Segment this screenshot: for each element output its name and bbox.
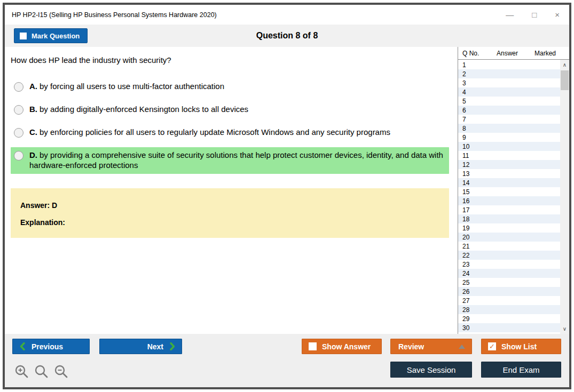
question-list-row[interactable]: 22 (458, 251, 560, 260)
maximize-icon[interactable]: □ (532, 11, 537, 19)
window-title: HP HP2-I15 (Selling HP Business Personal… (12, 11, 217, 19)
mark-question-label: Mark Question (32, 32, 80, 40)
question-list-row[interactable]: 4 (458, 87, 560, 97)
question-list-row[interactable]: 25 (458, 278, 560, 287)
mark-question-button[interactable]: Mark Question (14, 28, 88, 43)
option-a[interactable]: A.by forcing all users to use multi-fact… (11, 78, 449, 95)
question-list-row[interactable]: 10 (458, 142, 560, 151)
option-a-body: by forcing all users to use multi-factor… (40, 82, 224, 91)
question-list-row[interactable]: 7 (458, 115, 560, 124)
question-list-row[interactable]: 23 (458, 260, 560, 269)
option-d[interactable]: D.by providing a comprehensive suite of … (11, 147, 449, 174)
question-list-row[interactable]: 26 (458, 287, 560, 296)
previous-button[interactable]: Previous (12, 339, 90, 354)
mark-question-checkbox[interactable] (20, 33, 27, 39)
option-c-letter: C. (29, 127, 37, 137)
question-list-scrollbar[interactable]: ∧ ∨ (560, 60, 569, 334)
explanation-label: Explanation: (20, 218, 439, 227)
question-list-row[interactable]: 14 (458, 178, 560, 187)
question-list-row[interactable]: 20 (458, 233, 560, 242)
question-list-row[interactable]: 13 (458, 169, 560, 178)
question-number: 12 (458, 161, 469, 169)
chevron-right-icon (170, 342, 175, 350)
question-list-row[interactable]: 28 (458, 305, 560, 314)
show-list-button[interactable]: ✓ Show List (481, 339, 561, 354)
show-answer-label: Show Answer (322, 342, 371, 351)
question-list-row[interactable]: 29 (458, 314, 560, 323)
show-answer-button[interactable]: Show Answer (302, 339, 382, 354)
end-exam-button[interactable]: End Exam (481, 362, 561, 378)
scrollbar-thumb[interactable] (561, 70, 569, 90)
question-list-row[interactable]: 27 (458, 296, 560, 305)
question-list-row[interactable]: 5 (458, 97, 560, 106)
question-number: 3 (458, 79, 466, 87)
question-number: 8 (458, 125, 466, 132)
show-answer-checkbox[interactable] (309, 342, 317, 350)
option-a-letter: A. (29, 82, 37, 91)
question-list-row[interactable]: 9 (458, 133, 560, 142)
question-list-row[interactable]: 24 (458, 269, 560, 278)
question-number: 17 (458, 206, 469, 214)
question-list-row[interactable]: 18 (458, 214, 560, 223)
question-list-body: 1234567891011121314151617181920212223242… (458, 60, 569, 334)
question-number: 5 (458, 98, 466, 105)
question-list-row[interactable]: 11 (458, 151, 560, 160)
answer-box: Answer: D Explanation: (11, 188, 449, 238)
zoom-icon[interactable] (34, 364, 49, 379)
question-number: 27 (458, 297, 469, 305)
question-list-row[interactable]: 30 (458, 323, 560, 332)
answer-label: Answer: D (20, 201, 439, 210)
option-b[interactable]: B.by adding digitally-enforced Kensingto… (11, 101, 449, 118)
question-list-row[interactable]: 3 (458, 78, 560, 87)
next-label: Next (147, 342, 163, 351)
question-list-row[interactable]: 2 (458, 69, 560, 78)
end-exam-label: End Exam (502, 365, 539, 374)
main-area: How does HP lead the industry with secur… (5, 47, 569, 334)
option-d-radio[interactable] (14, 151, 23, 161)
question-list-row[interactable]: 21 (458, 242, 560, 251)
scroll-down-icon[interactable]: ∨ (560, 324, 569, 333)
screenshot-page: HP HP2-I15 (Selling HP Business Personal… (0, 0, 574, 392)
close-icon[interactable]: × (555, 11, 560, 19)
footer-bar: Previous Next Show Answer Review ✓ Show … (5, 334, 569, 387)
question-number: 4 (458, 89, 466, 96)
minimize-icon[interactable]: — (506, 11, 514, 19)
question-number: 19 (458, 225, 469, 232)
question-list-row[interactable]: 15 (458, 187, 560, 196)
zoom-out-icon[interactable] (54, 364, 68, 379)
option-b-radio[interactable] (14, 105, 23, 115)
show-list-checkbox[interactable]: ✓ (488, 342, 496, 350)
question-number: 9 (458, 134, 466, 141)
question-panel: How does HP lead the industry with secur… (5, 47, 458, 334)
save-session-button[interactable]: Save Session (390, 362, 472, 378)
question-rows: 1234567891011121314151617181920212223242… (458, 60, 560, 332)
question-list-row[interactable]: 1 (458, 60, 560, 69)
review-button[interactable]: Review (390, 339, 472, 354)
question-number: 15 (458, 188, 469, 196)
question-number: 29 (458, 315, 469, 323)
chevron-up-icon (459, 345, 465, 349)
question-number: 28 (458, 306, 469, 314)
question-list-row[interactable]: 17 (458, 205, 560, 214)
zoom-in-icon[interactable] (14, 364, 29, 379)
question-number: 25 (458, 279, 469, 286)
option-c[interactable]: C.by enforcing policies for all users to… (11, 124, 449, 141)
option-c-radio[interactable] (14, 128, 23, 138)
question-number: 2 (458, 70, 466, 78)
scroll-up-icon[interactable]: ∧ (560, 60, 569, 69)
option-a-radio[interactable] (14, 82, 23, 92)
option-d-letter: D. (29, 150, 37, 159)
save-session-label: Save Session (407, 365, 456, 374)
option-b-body: by adding digitally-enforced Kensington … (40, 105, 248, 114)
question-list-row[interactable]: 8 (458, 124, 560, 133)
question-number: 1 (458, 61, 466, 69)
next-button[interactable]: Next (99, 339, 182, 354)
option-a-text: A.by forcing all users to use multi-fact… (29, 82, 224, 92)
show-list-label: Show List (501, 342, 537, 351)
review-label: Review (398, 342, 424, 351)
question-list-row[interactable]: 12 (458, 160, 560, 169)
question-list-row[interactable]: 16 (458, 196, 560, 205)
question-list-row[interactable]: 19 (458, 223, 560, 233)
question-list-row[interactable]: 6 (458, 106, 560, 115)
question-list-header: Q No. Answer Marked (458, 47, 569, 60)
